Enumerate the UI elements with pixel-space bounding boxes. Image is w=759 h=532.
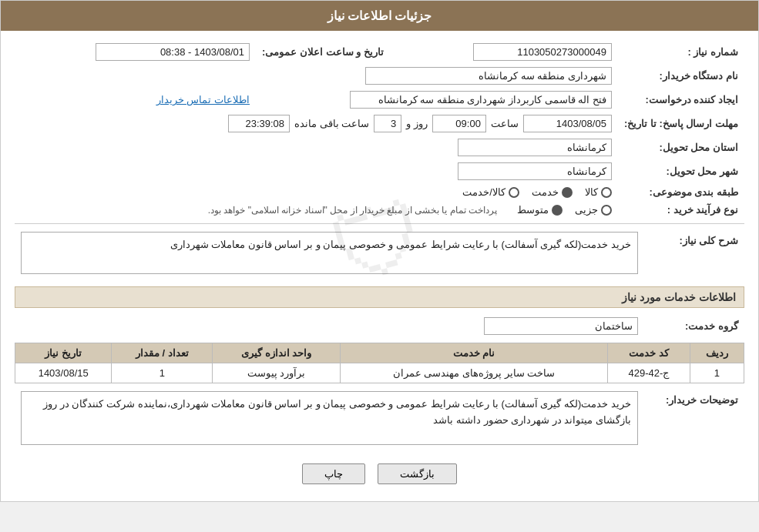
buyer-description-field: خرید خدمت(لکه گیری آسفالت) با رعایت شرای…	[21, 391, 638, 445]
cell-name: ساخت سایر پروژه‌های مهندسی عمران	[340, 363, 607, 383]
category-kala-radio	[601, 187, 612, 198]
province-field: کرمانشاه	[458, 139, 612, 156]
cell-unit: برآورد پیوست	[213, 363, 340, 383]
category-kala-label: کالا	[585, 186, 598, 198]
buyer-description-label: توضیحات خریدار:	[644, 388, 744, 448]
province-label: استان محل تحویل:	[618, 136, 744, 159]
need-number-field: 1103050273000049	[473, 43, 612, 61]
col-service-name: نام خدمت	[340, 343, 607, 363]
announcement-datetime-value: 1403/08/01 - 08:38	[15, 40, 256, 64]
deadline-remaining-label: ساعت باقی مانده	[294, 118, 369, 129]
buyer-description-table: توضیحات خریدار: خرید خدمت(لکه گیری آسفال…	[15, 388, 744, 448]
category-kala-khadamat-label: کالا/خدمت	[462, 186, 505, 198]
process-motavaset-radio	[552, 205, 563, 216]
col-row-number: ردیف	[690, 343, 744, 363]
process-motavaset-label: متوسط	[517, 204, 549, 216]
cell-count: 1	[112, 363, 213, 383]
process-type-row: جزیی متوسط پرداخت تمام یا بخشی از مبلغ خ…	[21, 204, 612, 216]
buyer-org-label: نام دستگاه خریدار:	[618, 64, 744, 88]
service-group-label: گروه خدمت:	[644, 314, 744, 338]
col-date: تاریخ نیاز	[15, 343, 112, 363]
cell-date: 1403/08/15	[15, 363, 112, 383]
services-table: ردیف کد خدمت نام خدمت واحد اندازه گیری ت…	[15, 343, 744, 383]
service-group-table: گروه خدمت: ساختمان	[15, 314, 744, 338]
creator-contact-link[interactable]: اطلاعات تماس خریدار	[156, 94, 250, 105]
process-jozi-radio	[601, 205, 612, 216]
description-field: خرید خدمت(لکه گیری آسفالت) با رعایت شرای…	[21, 232, 638, 274]
creator-field: فتح اله قاسمی کاربرداز شهرداری منطقه سه …	[350, 91, 612, 109]
deadline-label: مهلت ارسال پاسخ: تا تاریخ:	[618, 112, 744, 136]
deadline-days-field: 3	[374, 115, 401, 132]
city-label: شهر محل تحویل:	[618, 159, 744, 183]
col-count: تعداد / مقدار	[112, 343, 213, 363]
description-table: شرح کلی نیاز: خرید خدمت(لکه گیری آسفالت)…	[15, 229, 744, 277]
services-section-title: اطلاعات خدمات مورد نیاز	[15, 286, 744, 308]
announcement-datetime-label: تاریخ و ساعت اعلان عمومی:	[256, 40, 399, 64]
buyer-org-field: شهرداری منطقه سه کرمانشاه	[365, 67, 612, 85]
category-khadamat-radio	[562, 187, 573, 198]
category-khadamat-label: خدمت	[532, 186, 559, 198]
need-number-value: 1103050273000049	[399, 40, 618, 64]
process-note: پرداخت تمام یا بخشی از مبلغ خریدار از مح…	[208, 205, 497, 216]
buyer-org-value: شهرداری منطقه سه کرمانشاه	[15, 64, 618, 88]
category-label: طبقه بندی موضوعی:	[618, 183, 744, 201]
process-jozi-label: جزیی	[575, 204, 598, 216]
creator-contact-cell: اطلاعات تماس خریدار	[15, 88, 256, 112]
divider-1	[15, 223, 744, 224]
need-info-table: شماره نیاز : 1103050273000049 تاریخ و سا…	[15, 40, 744, 219]
deadline-date-field: 1403/08/05	[523, 115, 612, 132]
print-button[interactable]: چاپ	[302, 463, 365, 484]
category-kala-item: کالا	[585, 186, 612, 198]
deadline-remaining-field: 23:39:08	[228, 115, 290, 132]
col-unit: واحد اندازه گیری	[213, 343, 340, 363]
process-label: نوع فرآیند خرید :	[618, 201, 744, 219]
category-radio-group: کالا خدمت کالا/خدمت	[21, 186, 612, 198]
process-jozi-item: جزیی	[575, 204, 612, 216]
button-row: بازگشت چاپ	[15, 453, 744, 492]
page-title: جزئیات اطلاعات نیاز	[1, 1, 758, 31]
service-group-field: ساختمان	[484, 317, 638, 335]
creator-value: فتح اله قاسمی کاربرداز شهرداری منطقه سه …	[256, 88, 618, 112]
description-label: شرح کلی نیاز:	[644, 229, 744, 277]
creator-label: ایجاد کننده درخواست:	[618, 88, 744, 112]
deadline-time-label: ساعت	[491, 118, 519, 129]
announcement-datetime-field: 1403/08/01 - 08:38	[96, 43, 250, 61]
deadline-row: 1403/08/05 ساعت 09:00 روز و 3 ساعت باقی …	[21, 115, 612, 132]
cell-code: ج-42-429	[608, 363, 690, 383]
deadline-days-label: روز و	[406, 118, 428, 129]
process-motavaset-item: متوسط	[517, 204, 563, 216]
table-row: 1 ج-42-429 ساخت سایر پروژه‌های مهندسی عم…	[15, 363, 744, 383]
col-service-code: کد خدمت	[608, 343, 690, 363]
back-button[interactable]: بازگشت	[378, 463, 457, 484]
cell-row: 1	[690, 363, 744, 383]
city-field: کرمانشاه	[458, 162, 612, 180]
category-kala-khadamat-radio	[509, 187, 519, 198]
deadline-time-field: 09:00	[432, 115, 486, 132]
category-khadamat-item: خدمت	[532, 186, 573, 198]
category-kala-khadamat-item: کالا/خدمت	[462, 186, 519, 198]
need-number-label: شماره نیاز :	[618, 40, 744, 64]
